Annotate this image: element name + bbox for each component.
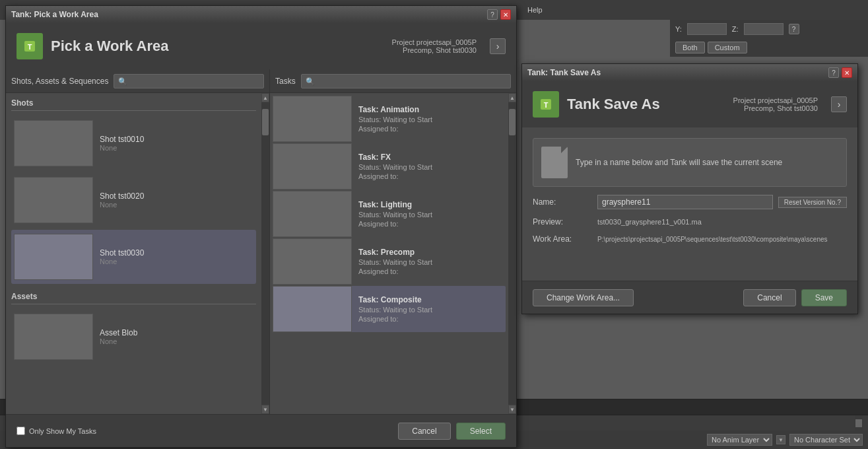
preview-label: Preview: (533, 217, 592, 226)
save-info-box: Type in a name below and Tank will save … (533, 138, 847, 187)
workarea-row: Work Area: P:\projects\projectsapi_0005P… (533, 234, 847, 244)
task-item-animation[interactable]: Task: Animation Status: Waiting to Start… (273, 96, 506, 142)
asset-item-blob[interactable]: Asset Blob None (11, 310, 256, 364)
pick-project-line2: Precomp, Shot tst0030 (392, 46, 477, 54)
anim-layer-dropdown[interactable]: No Anim Layer (707, 434, 772, 446)
task-info-precomp: Task: Precomp Status: Waiting to Start A… (352, 238, 506, 285)
timeline-scrollbar[interactable] (855, 415, 863, 431)
task-thumb-fx (273, 143, 352, 190)
task-info-composite: Task: Composite Status: Waiting to Start… (352, 286, 506, 332)
shot-info-tst0010: Shot tst0010 None (100, 135, 144, 152)
shot-item-tst0020[interactable]: Shot tst0020 None (11, 173, 256, 227)
shots-section-label: Shots (11, 98, 256, 111)
left-panel-header: Shots, Assets & Sequences (6, 69, 269, 93)
save-as-dialog: Tank: Tank Save As ? ✕ T Tank Save As Pr… (521, 63, 858, 314)
shot-thumb-tst0030 (14, 234, 93, 280)
name-input[interactable] (597, 195, 773, 209)
svg-text:T: T (28, 43, 32, 51)
save-dialog-body: Type in a name below and Tank will save … (522, 127, 857, 281)
pick-header-project: Project projectsapi_0005P Precomp, Shot … (392, 38, 477, 54)
shots-search-input[interactable] (114, 74, 264, 88)
task-name-fx: Task: FX (358, 153, 499, 162)
assets-section-label: Assets (11, 292, 256, 304)
z-input[interactable] (744, 23, 784, 35)
shot-thumb-tst0020 (14, 177, 93, 223)
save-cancel-button[interactable]: Cancel (743, 289, 795, 306)
pick-select-button[interactable]: Select (456, 423, 506, 440)
coord-bar: Y: Z: ? (670, 20, 868, 38)
save-tank-logo-icon: T (538, 96, 554, 112)
right-scrollbar[interactable]: ▲ ▼ (508, 93, 516, 414)
save-header-project: Project projectsapi_0005P Precomp, Shot … (733, 96, 818, 112)
task-status-fx: Status: Waiting to Start (358, 163, 499, 171)
right-panel-title: Tasks (275, 77, 296, 86)
save-close-button[interactable]: ✕ (842, 67, 852, 78)
custom-bar: Both Custom (670, 38, 868, 57)
anim-layer-arrow[interactable]: ▼ (776, 435, 785, 444)
pick-dialog-footer: Only Show My Tasks Cancel Select (6, 414, 516, 447)
change-workarea-button[interactable]: Change Work Area... (533, 289, 634, 306)
save-info-text: Type in a name below and Tank will save … (576, 158, 782, 167)
right-scroll-track (509, 102, 516, 405)
task-assigned-composite: Assigned to: (358, 315, 499, 323)
task-item-lighting[interactable]: Task: Lighting Status: Waiting to Start … (273, 191, 506, 237)
task-item-composite[interactable]: Task: Composite Status: Waiting to Start… (273, 286, 506, 332)
timeline-scroll-thumb[interactable] (855, 419, 862, 427)
save-arrow-button[interactable]: › (831, 96, 847, 112)
shot-item-tst0010[interactable]: Shot tst0010 None (11, 116, 256, 170)
save-dialog-header: T Tank Save As Project projectsapi_0005P… (522, 81, 857, 127)
z-label: Z: (732, 25, 739, 33)
task-thumb-precomp (273, 238, 352, 285)
save-save-button[interactable]: Save (801, 289, 847, 306)
task-info-animation: Task: Animation Status: Waiting to Start… (352, 96, 506, 142)
left-scrollbar[interactable]: ▲ ▼ (261, 93, 269, 414)
asset-info-blob: Asset Blob None (100, 328, 137, 345)
left-panel-scroll-area: Shots Shot tst0010 None Shot tst0020 (6, 93, 269, 414)
task-assigned-lighting: Assigned to: (358, 220, 499, 228)
save-help-button[interactable]: ? (828, 67, 839, 78)
right-scroll-up[interactable]: ▲ (508, 93, 516, 102)
reset-version-button[interactable]: Reset Version No.? (778, 197, 847, 208)
preview-row: Preview: tst0030_graysphere11_v001.ma (533, 217, 847, 226)
pick-dialog-icon: T (17, 33, 43, 59)
help-icon[interactable]: ? (789, 24, 799, 34)
task-thumb-composite (273, 286, 352, 332)
tasks-scroll-area: Task: Animation Status: Waiting to Start… (270, 93, 516, 414)
save-dialog-titlebar: Tank: Tank Save As ? ✕ (522, 64, 857, 81)
custom-button[interactable]: Custom (708, 42, 747, 53)
pick-close-button[interactable]: ✕ (500, 9, 511, 20)
asset-name-blob: Asset Blob (100, 328, 137, 337)
only-my-tasks-checkbox[interactable] (17, 427, 25, 435)
save-project-line2: Precomp, Shot tst0030 (733, 104, 818, 112)
right-scroll-down[interactable]: ▼ (508, 405, 516, 414)
pick-arrow-button[interactable]: › (490, 38, 506, 54)
save-header-title: Tank Save As (567, 96, 660, 113)
menu-help[interactable]: Help (527, 6, 543, 14)
left-panel-title: Shots, Assets & Sequences (11, 77, 108, 86)
task-item-precomp[interactable]: Task: Precomp Status: Waiting to Start A… (273, 238, 506, 285)
shot-item-tst0030[interactable]: Shot tst0030 None (11, 230, 256, 284)
both-button[interactable]: Both (675, 42, 705, 53)
pick-help-button[interactable]: ? (487, 9, 498, 20)
name-label: Name: (533, 197, 592, 207)
shot-name-tst0030: Shot tst0030 (100, 248, 144, 258)
scroll-track (262, 102, 269, 405)
task-name-lighting: Task: Lighting (358, 200, 499, 209)
task-assigned-precomp: Assigned to: (358, 267, 499, 275)
y-input[interactable] (687, 23, 727, 35)
workarea-label: Work Area: (533, 234, 592, 244)
task-name-precomp: Task: Precomp (358, 248, 499, 257)
scroll-down-arrow[interactable]: ▼ (261, 405, 269, 414)
pick-dialog-header: T Pick a Work Area Project projectsapi_0… (6, 23, 516, 69)
task-status-composite: Status: Waiting to Start (358, 306, 499, 314)
task-status-precomp: Status: Waiting to Start (358, 258, 499, 266)
tasks-search-input[interactable] (301, 74, 511, 88)
shot-info-tst0020: Shot tst0020 None (100, 191, 144, 209)
task-item-fx[interactable]: Task: FX Status: Waiting to Start Assign… (273, 143, 506, 190)
asset-thumb-blob (14, 314, 93, 360)
right-scroll-thumb[interactable] (509, 109, 516, 135)
scroll-up-arrow[interactable]: ▲ (261, 93, 269, 102)
pick-cancel-button[interactable]: Cancel (398, 423, 450, 440)
char-set-dropdown[interactable]: No Character Set (789, 434, 863, 446)
scroll-thumb[interactable] (262, 109, 269, 135)
